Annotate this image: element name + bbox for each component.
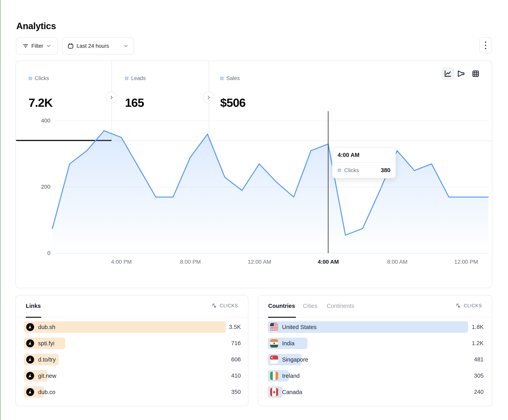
date-range-button[interactable]: Last 24 hours <box>62 37 134 54</box>
leads-value: 165 <box>125 96 144 109</box>
kebab-menu-icon <box>485 42 486 49</box>
funnel-icon <box>457 70 465 78</box>
analytics-card: Clicks 7.2K Leads 165 Sales $506 <box>15 61 492 288</box>
y-axis-tick: 0 <box>29 250 50 256</box>
funnel-view-button[interactable] <box>455 67 467 80</box>
x-axis-tick: 12:00 AM <box>248 259 271 265</box>
x-axis-tick: 12:00 PM <box>454 259 478 265</box>
country-row-india[interactable]: India 1.2K <box>268 338 484 349</box>
stat-label: Clicks <box>35 75 49 81</box>
sales-value: $506 <box>220 96 245 109</box>
x-axis-tick: 8:00 PM <box>180 259 201 265</box>
active-tab-underline <box>26 317 41 318</box>
y-axis-tick: 200 <box>29 184 50 190</box>
sales-legend-icon <box>220 77 224 80</box>
country-label: Ireland <box>282 373 300 379</box>
tab-cities[interactable]: Cities <box>303 303 317 309</box>
dub-logo-icon <box>26 339 34 347</box>
tooltip-value: 380 <box>381 167 390 174</box>
cursor-click-icon <box>456 303 461 309</box>
calendar-icon <box>67 43 74 49</box>
filter-icon <box>22 43 29 49</box>
filter-button-label: Filter <box>31 43 43 49</box>
expand-clicks-leads-button[interactable] <box>106 92 117 103</box>
link-label: dub.sh <box>38 324 55 330</box>
leads-legend-icon <box>125 77 128 80</box>
tab-countries[interactable]: Countries <box>268 303 295 309</box>
chart-tooltip: 4:00 AM Clicks 380 <box>332 147 396 178</box>
country-label: United States <box>282 324 317 330</box>
links-panel-header: Links CLICKS <box>16 296 248 318</box>
country-row-singapore[interactable]: Singapore 481 <box>268 354 484 365</box>
ireland-flag-icon <box>270 372 278 380</box>
x-axis-tick: 4:00 PM <box>111 259 132 265</box>
link-label: spti.fyi <box>38 340 54 347</box>
singapore-flag-icon <box>270 355 278 364</box>
date-range-label: Last 24 hours <box>77 43 109 49</box>
tooltip-series-label: Clicks <box>344 167 359 174</box>
country-row-ireland[interactable]: Ireland 305 <box>268 370 484 382</box>
canada-flag-icon <box>270 388 278 396</box>
clicks-area <box>52 131 488 253</box>
stat-label: Sales <box>226 75 240 81</box>
country-label: Canada <box>282 389 302 395</box>
link-label: d.to/try <box>38 356 56 363</box>
metric-label: CLICKS <box>220 303 238 308</box>
country-row-united-states[interactable]: United States 1.8K <box>268 321 484 333</box>
clicks-legend-icon <box>29 77 32 80</box>
filter-button[interactable]: Filter <box>16 37 58 54</box>
country-label: India <box>282 340 295 347</box>
link-row-d-to-try[interactable]: d.to/try 606 <box>24 354 241 365</box>
grid-table-icon <box>471 70 480 78</box>
stat-label: Leads <box>131 75 146 81</box>
link-label: dub.co <box>38 389 55 395</box>
link-clicks-value: 410 <box>231 372 241 379</box>
active-tab-underline <box>268 317 296 318</box>
link-row-dub-co[interactable]: dub.co 350 <box>24 386 241 398</box>
us-flag-icon <box>270 323 278 331</box>
link-row-git-new[interactable]: git.new 410 <box>24 370 241 382</box>
line-chart-view-button[interactable] <box>441 67 454 80</box>
tab-links[interactable]: Links <box>26 303 41 309</box>
dub-logo-icon <box>26 388 34 396</box>
tab-continents[interactable]: Continents <box>327 303 354 309</box>
link-label: git.new <box>38 373 56 379</box>
x-axis-tick: 8:00 AM <box>387 259 408 265</box>
link-row-dub-sh[interactable]: dub.sh 3.5K <box>24 321 241 333</box>
dub-logo-icon <box>26 356 34 363</box>
clicks-legend-icon <box>338 169 341 172</box>
india-flag-icon <box>270 339 278 348</box>
country-clicks-value: 240 <box>474 389 484 395</box>
link-clicks-value: 350 <box>231 389 241 395</box>
line-chart-icon <box>444 70 452 78</box>
table-view-button[interactable] <box>469 67 482 80</box>
expand-leads-sales-button[interactable] <box>203 92 214 103</box>
country-clicks-value: 481 <box>474 356 484 363</box>
chevron-down-icon <box>46 43 51 49</box>
country-label: Singapore <box>282 356 308 363</box>
y-axis-tick: 400 <box>29 117 50 124</box>
country-clicks-value: 1.8K <box>472 324 484 330</box>
link-row-spti-fyi[interactable]: spti.fyi 716 <box>24 338 241 349</box>
link-clicks-value: 3.5K <box>229 324 241 330</box>
link-clicks-value: 606 <box>231 356 241 363</box>
links-metric-selector[interactable]: CLICKS <box>211 303 238 309</box>
links-panel: Links CLICKS dub.sh 3.5K spti.fyi 716 <box>15 295 248 406</box>
geo-metric-selector[interactable]: CLICKS <box>456 303 482 309</box>
country-clicks-value: 305 <box>474 372 484 379</box>
dub-logo-icon <box>26 323 34 331</box>
analytics-page: Analytics Filter Last 24 hours <box>0 0 508 420</box>
country-clicks-value: 1.2K <box>472 340 484 347</box>
metric-label: CLICKS <box>464 303 482 308</box>
clicks-time-series-chart[interactable]: 400 200 0 4:00 PM 8:00 PM 12:00 AM <box>16 111 493 274</box>
country-row-canada[interactable]: Canada 240 <box>268 386 484 398</box>
window-edge-strip <box>0 0 1 420</box>
link-clicks-value: 716 <box>231 340 241 347</box>
more-options-button[interactable] <box>479 37 492 53</box>
cursor-click-icon <box>211 303 217 309</box>
page-title: Analytics <box>16 21 56 31</box>
geo-panel-header: Countries Cities Continents CLICKS <box>258 296 492 318</box>
chart-canvas <box>16 111 493 255</box>
geo-panel: Countries Cities Continents CLICKS Unite… <box>258 295 492 406</box>
chevron-down-icon <box>123 43 128 49</box>
